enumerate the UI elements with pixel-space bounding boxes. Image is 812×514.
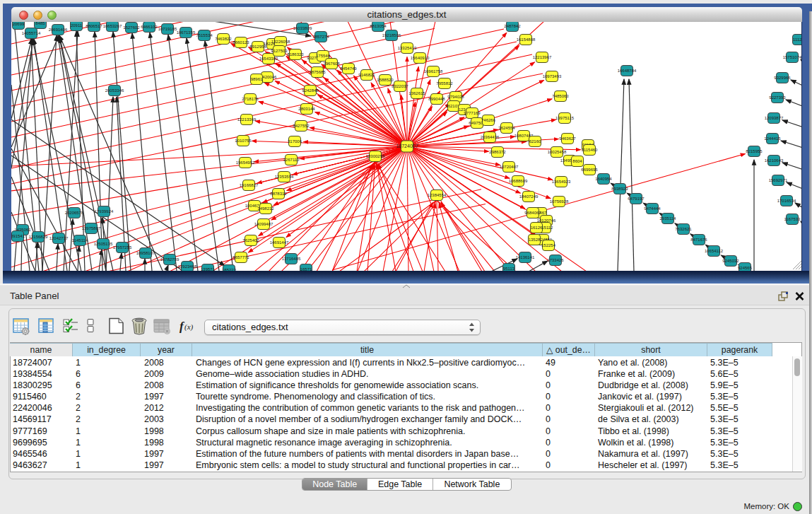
svg-text:8322037: 8322037 — [392, 84, 408, 88]
svg-text:12384554: 12384554 — [428, 193, 447, 197]
svg-text:7485063: 7485063 — [552, 94, 569, 98]
svg-text:8427552: 8427552 — [293, 124, 310, 128]
svg-text:16126: 16126 — [531, 226, 543, 230]
svg-text:3875685: 3875685 — [309, 70, 326, 74]
svg-text:20911: 20911 — [71, 23, 83, 28]
svg-text:15692971: 15692971 — [769, 178, 788, 182]
svg-text:1145114: 1145114 — [72, 238, 88, 243]
svg-text:9463627: 9463627 — [559, 136, 576, 141]
svg-text:2803144: 2803144 — [298, 107, 315, 111]
svg-text:16961758: 16961758 — [424, 69, 443, 74]
svg-text:20053346: 20053346 — [105, 88, 124, 93]
svg-text:14691447: 14691447 — [270, 240, 289, 245]
svg-text:185223: 185223 — [222, 268, 237, 271]
svg-text:12156829: 12156829 — [29, 235, 48, 239]
svg-text:8485: 8485 — [35, 22, 45, 25]
svg-text:7463822: 7463822 — [215, 37, 232, 41]
svg-text:10719185: 10719185 — [158, 27, 177, 31]
svg-text:9127503: 9127503 — [271, 49, 288, 53]
svg-text:8990448: 8990448 — [428, 97, 445, 101]
svg-text:2487842: 2487842 — [504, 24, 521, 28]
svg-text:8813054: 8813054 — [370, 24, 387, 28]
svg-text:12042737: 12042737 — [49, 236, 69, 240]
svg-text:8878312: 8878312 — [270, 192, 287, 196]
svg-text:139571: 139571 — [201, 267, 216, 271]
svg-text:3624554: 3624554 — [498, 126, 515, 130]
svg-text:1362615: 1362615 — [408, 91, 425, 95]
svg-text:9657771: 9657771 — [233, 255, 249, 259]
svg-text:9245032: 9245032 — [722, 259, 739, 263]
svg-text:13716485: 13716485 — [282, 257, 301, 261]
svg-text:7625402: 7625402 — [242, 238, 259, 243]
svg-text:14099487: 14099487 — [254, 222, 273, 226]
svg-text:15751074: 15751074 — [783, 55, 802, 59]
svg-text:152254: 152254 — [541, 243, 556, 247]
svg-text:8186323: 8186323 — [287, 52, 304, 57]
svg-text:1733426: 1733426 — [547, 258, 564, 262]
svg-text:20691406: 20691406 — [49, 28, 68, 32]
svg-text:16543382: 16543382 — [259, 57, 278, 61]
svg-text:317006: 317006 — [288, 139, 302, 144]
svg-text:18407249: 18407249 — [519, 194, 539, 199]
svg-text:1167533: 1167533 — [784, 217, 801, 221]
svg-text:7857274: 7857274 — [312, 35, 329, 39]
svg-text:14136141: 14136141 — [516, 255, 535, 259]
svg-text:13226058: 13226058 — [271, 40, 290, 44]
svg-text:1640954: 1640954 — [595, 177, 612, 181]
svg-text:2935114: 2935114 — [660, 216, 677, 221]
svg-text:10653267: 10653267 — [103, 24, 122, 28]
svg-text:3267110: 3267110 — [283, 158, 300, 162]
svg-text:9115460: 9115460 — [582, 148, 599, 152]
svg-text:20364436: 20364436 — [481, 135, 500, 139]
svg-text:10756928: 10756928 — [550, 199, 569, 204]
svg-text:6466102: 6466102 — [141, 25, 158, 29]
svg-text:12923468: 12923468 — [178, 264, 197, 269]
svg-text:19654952: 19654952 — [236, 160, 255, 165]
svg-text:2986372: 2986372 — [489, 150, 506, 154]
svg-text:13654923: 13654923 — [552, 180, 571, 184]
svg-text:8454749: 8454749 — [340, 66, 357, 71]
svg-text:13528: 13528 — [529, 238, 541, 242]
svg-text:9242848: 9242848 — [302, 88, 319, 93]
svg-text:8471676: 8471676 — [690, 238, 707, 242]
svg-text:18724007: 18724007 — [396, 144, 418, 148]
svg-text:20699: 20699 — [13, 22, 25, 26]
svg-text:17939924: 17939924 — [95, 209, 114, 214]
svg-text:10688609: 10688609 — [509, 179, 528, 183]
svg-text:6479197: 6479197 — [628, 197, 645, 201]
svg-text:9777169: 9777169 — [464, 111, 481, 115]
svg-text:1588520: 1588520 — [377, 78, 394, 82]
svg-text:8604: 8604 — [572, 159, 582, 163]
svg-text:8215955: 8215955 — [746, 149, 763, 153]
svg-text:10973493: 10973493 — [543, 74, 562, 78]
svg-text:1527602: 1527602 — [123, 25, 140, 30]
svg-text:746266: 746266 — [481, 118, 496, 122]
svg-text:2718176: 2718176 — [242, 97, 259, 101]
svg-text:13975887: 13975887 — [82, 226, 101, 230]
svg-text:10025458: 10025458 — [548, 150, 567, 154]
svg-text:13975115: 13975115 — [555, 116, 575, 120]
svg-text:7632621: 7632621 — [675, 227, 692, 231]
svg-text:12213967: 12213967 — [533, 55, 552, 59]
svg-text:9329966: 9329966 — [774, 76, 791, 80]
svg-text:12093877: 12093877 — [765, 116, 784, 120]
svg-text:175546: 175546 — [316, 54, 331, 58]
svg-text:924565: 924565 — [738, 266, 753, 270]
svg-text:6699695: 6699695 — [581, 168, 598, 172]
svg-text:19166827: 19166827 — [240, 183, 259, 187]
svg-text:10782759: 10782759 — [160, 257, 180, 262]
svg-text:7955812: 7955812 — [436, 81, 453, 86]
svg-text:16648784: 16648784 — [618, 69, 637, 73]
svg-text:17016534: 17016534 — [777, 199, 796, 203]
svg-text:95113: 95113 — [503, 267, 515, 271]
svg-text:9227393: 9227393 — [769, 95, 786, 100]
svg-text:7515534: 7515534 — [196, 33, 213, 37]
svg-text:2967608: 2967608 — [323, 62, 340, 66]
svg-text:8938923: 8938923 — [611, 187, 628, 191]
svg-text:18300295: 18300295 — [366, 154, 385, 158]
svg-text:9684067: 9684067 — [524, 211, 541, 215]
svg-text:98961: 98961 — [251, 77, 263, 81]
svg-text:1010755: 1010755 — [235, 139, 252, 143]
svg-text:16033809: 16033809 — [293, 26, 312, 30]
svg-text:10958107: 10958107 — [136, 251, 155, 255]
